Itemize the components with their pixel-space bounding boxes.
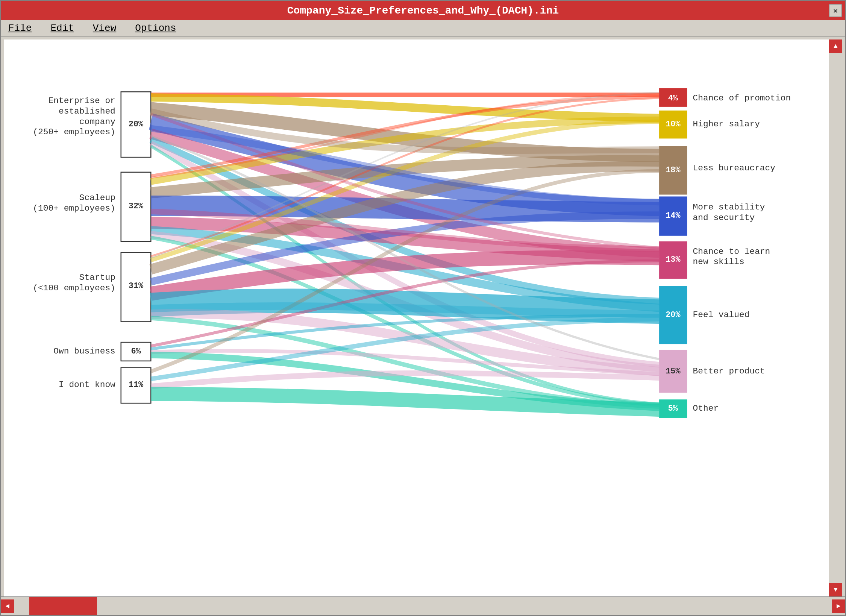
svg-text:6%: 6% [131,347,141,356]
svg-text:31%: 31% [129,281,144,291]
menu-edit[interactable]: Edit [50,23,74,34]
svg-text:Startup: Startup [79,273,115,282]
svg-text:32%: 32% [129,202,144,211]
menu-file[interactable]: File [8,23,32,34]
svg-text:Higher salary: Higher salary [693,119,760,129]
close-button[interactable]: ✕ [829,4,842,17]
sankey-chart: 20% Enterprise or established company (2… [4,39,829,596]
svg-text:and security: and security [693,213,755,223]
scroll-up-button[interactable]: ▲ [829,39,843,53]
menu-options[interactable]: Options [135,23,176,34]
svg-text:10%: 10% [666,120,681,129]
svg-text:More stability: More stability [693,202,765,212]
svg-text:(250+ employees): (250+ employees) [33,127,115,137]
svg-text:new skills: new skills [693,257,744,267]
svg-text:20%: 20% [666,311,681,320]
scroll-left-button[interactable]: ◄ [1,599,14,613]
svg-text:4%: 4% [668,94,678,103]
svg-text:20%: 20% [129,120,144,129]
svg-text:15%: 15% [666,367,681,376]
svg-text:Enterprise or: Enterprise or [49,96,115,106]
svg-text:Feel valued: Feel valued [693,310,750,320]
svg-text:Chance of promotion: Chance of promotion [693,93,791,103]
main-window: Company_Size_Preferences_and_Why_(DACH).… [0,0,846,616]
vertical-scrollbar: ▲ ▼ [829,39,842,596]
svg-text:5%: 5% [668,404,678,413]
svg-text:Better product: Better product [693,366,765,376]
svg-text:company: company [79,117,115,127]
scroll-track-vertical [829,53,842,583]
svg-text:Own business: Own business [53,346,115,356]
svg-text:Less bureaucracy: Less bureaucracy [693,163,776,173]
svg-text:13%: 13% [666,255,681,264]
scroll-track-horizontal [14,597,832,615]
svg-text:18%: 18% [666,165,681,175]
svg-text:(100+ employees): (100+ employees) [33,203,115,213]
menu-bar: File Edit View Options [1,20,845,36]
horizontal-scrollbar: ◄ ► [1,596,845,615]
svg-text:11%: 11% [129,380,144,390]
svg-text:(<100 employees): (<100 employees) [33,283,115,293]
svg-text:Scaleup: Scaleup [79,193,115,203]
svg-text:Chance to learn: Chance to learn [693,247,770,256]
chart-area: 20% Enterprise or established company (2… [4,39,829,596]
scroll-thumb-horizontal[interactable] [29,597,97,615]
menu-view[interactable]: View [93,23,116,34]
scroll-down-button[interactable]: ▼ [829,583,843,596]
svg-text:Other: Other [693,404,719,413]
svg-text:I dont know: I dont know [59,380,115,390]
svg-text:established: established [59,106,115,116]
scroll-right-button[interactable]: ► [832,599,845,613]
title-bar: Company_Size_Preferences_and_Why_(DACH).… [1,1,845,20]
svg-text:14%: 14% [666,211,681,220]
window-title: Company_Size_Preferences_and_Why_(DACH).… [17,5,829,17]
